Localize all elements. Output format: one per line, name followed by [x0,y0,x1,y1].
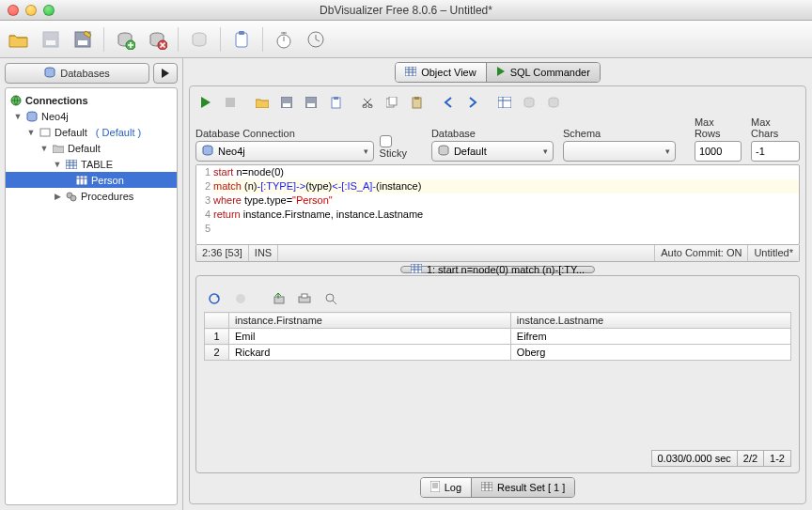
svg-rect-10 [239,31,244,35]
svg-point-46 [326,294,334,301]
maxrows-label: Max Rows [695,116,742,139]
globe-icon [9,95,23,106]
tab-result-set[interactable]: Result Set [ 1 ] [471,478,574,497]
refresh-result-button[interactable] [204,289,225,308]
maxchars-input[interactable]: -1 [751,141,800,162]
table-folder-icon [65,160,78,169]
paste-button[interactable] [406,93,427,112]
tree-table-person[interactable]: Person [6,172,177,188]
svg-rect-45 [302,294,307,298]
sidebar: Databases Connections ▼ Neo4j ▼ Default … [0,58,183,510]
play-icon [496,67,506,78]
result-tab[interactable]: 1: start n=node(0) match (n)-[:TY... [400,266,595,273]
tab-sql-commander[interactable]: SQL Commander [486,63,600,82]
tree-connection[interactable]: ▼ Neo4j [6,108,177,124]
open-folder-button[interactable] [6,26,32,53]
database-select[interactable]: Default [431,141,554,162]
save-editor-button[interactable] [276,93,297,112]
remove-connection-button[interactable] [144,26,170,53]
db-tool-button[interactable] [186,26,212,53]
sql-panel: Database Connection Neo4j Sticky Databas… [189,85,806,504]
svg-point-20 [70,195,76,201]
search-result-button[interactable] [320,289,341,308]
schema-icon [39,127,52,138]
tab-object-view[interactable]: Object View [396,63,486,82]
database-label: Database [431,128,554,139]
sidebar-play-button[interactable] [153,63,178,84]
export-button[interactable] [268,289,289,308]
col-header-firstname[interactable]: instance.Firstname [229,313,511,329]
grid-icon [411,264,422,275]
history-button[interactable] [303,26,329,53]
result-panel: 1: start n=node(0) match (n)-[:TY... [195,275,800,473]
editor-statusbar: 2:36 [53] INS Auto Commit: ON Untitled* [195,245,800,262]
tree-procedures[interactable]: ▶ Procedures [6,188,177,204]
col-header-lastname[interactable]: instance.Lastname [510,313,790,329]
db-connection-label: Database Connection [195,128,370,139]
range-status: 1-2 [764,450,791,467]
disclosure-icon[interactable]: ▼ [13,112,23,121]
disclosure-icon[interactable]: ▼ [26,128,36,137]
save-as-button[interactable] [70,26,96,53]
maxchars-label: Max Chars [751,116,800,139]
autocommit-status: Auto Commit: ON [655,245,748,261]
tab-log[interactable]: Log [421,478,471,497]
sql-editor[interactable]: 1start n=node(0) 2match (n)-[:TYPE]->(ty… [195,164,800,245]
tree-root[interactable]: Connections [6,92,177,108]
count-status: 2/2 [738,450,764,467]
table-row[interactable]: 2 Rickard Oberg [205,345,791,361]
tree-default-schema[interactable]: ▼ Default ( Default ) [6,124,177,140]
timer-button[interactable] [271,26,297,53]
timing-status: 0.030/0.000 sec [651,450,738,467]
row-header-blank [205,313,229,329]
execute-button[interactable] [195,93,216,112]
disclosure-icon[interactable]: ▼ [39,144,49,153]
svg-rect-48 [481,482,492,491]
sticky-checkbox[interactable]: Sticky [380,134,422,159]
main-tabs: Object View SQL Commander [395,62,601,83]
disclosure-icon[interactable]: ▶ [53,192,62,201]
svg-rect-22 [226,98,235,107]
open-button[interactable] [252,93,273,112]
svg-rect-40 [411,264,422,273]
copy-button[interactable] [382,93,402,112]
tree-table-folder[interactable]: ▼ TABLE [6,156,177,172]
database-icon [202,145,213,158]
task-button[interactable] [228,26,255,53]
insert-mode: INS [249,245,278,261]
svg-rect-34 [414,97,419,100]
clipboard-button[interactable] [325,93,346,112]
stop-result-button[interactable] [230,289,251,308]
table-row[interactable]: 1 Emil Eifrem [205,329,791,345]
svg-rect-35 [498,97,511,108]
window-title: DbVisualizer Free 8.0.6 – Untitled* [0,4,812,17]
schema-select[interactable] [563,141,676,162]
next-button[interactable] [462,93,483,112]
prev-button[interactable] [438,93,459,112]
databases-tab[interactable]: Databases [5,63,149,84]
main-area: Object View SQL Commander [183,58,812,510]
db-connection-select[interactable]: Neo4j [195,141,374,162]
editor-toolbar [195,92,800,113]
add-connection-button[interactable] [112,26,138,53]
cut-button[interactable] [357,93,378,112]
grid-icon [405,67,416,78]
database-icon [44,67,55,80]
result-toolbar [204,289,791,308]
save-button[interactable] [38,26,64,53]
maxrows-input[interactable]: 1000 [695,141,742,162]
db-button-1[interactable] [519,93,539,112]
svg-rect-16 [40,129,50,136]
stop-button[interactable] [220,93,241,112]
sql-builder-button[interactable] [494,93,515,112]
svg-rect-28 [334,97,338,100]
svg-rect-3 [78,40,87,45]
tree-default-2[interactable]: ▼ Default [6,140,177,156]
save-as-editor-button[interactable] [301,93,321,112]
print-button[interactable] [294,289,315,308]
db-button-2[interactable] [543,93,564,112]
window-titlebar: DbVisualizer Free 8.0.6 – Untitled* [0,0,812,21]
result-grid[interactable]: instance.Firstname instance.Lastname 1 E… [204,312,791,361]
connection-tree[interactable]: Connections ▼ Neo4j ▼ Default ( Default … [5,87,178,505]
disclosure-icon[interactable]: ▼ [53,160,62,169]
